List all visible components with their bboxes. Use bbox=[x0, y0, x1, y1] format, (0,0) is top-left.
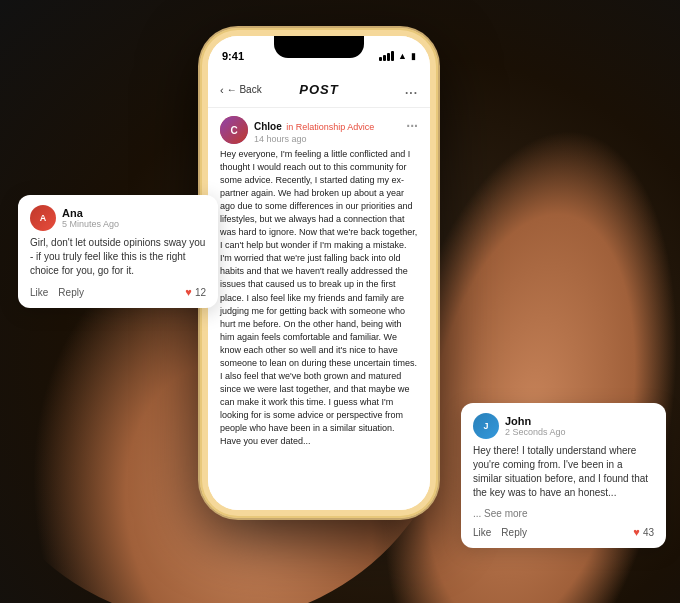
avatar-john: J bbox=[473, 413, 499, 439]
post-author-avatar: C bbox=[220, 116, 248, 144]
comment-likes-john: ♥ 43 bbox=[633, 526, 654, 538]
signal-bar-2 bbox=[383, 55, 386, 61]
reply-button-john[interactable]: Reply bbox=[501, 527, 527, 538]
avatar-ana: A bbox=[30, 205, 56, 231]
post-author-category: in Relationship Advice bbox=[286, 122, 374, 132]
see-more-link[interactable]: ... See more bbox=[473, 508, 654, 519]
phone-notch bbox=[274, 36, 364, 58]
comment-actions-john: Like Reply ♥ 43 bbox=[473, 526, 654, 538]
post-more-button[interactable]: ··· bbox=[406, 116, 418, 134]
nav-title: POST bbox=[299, 82, 338, 97]
comment-author-name-john: John bbox=[505, 415, 566, 427]
heart-icon-john: ♥ bbox=[633, 526, 640, 538]
post-author-time: 14 hours ago bbox=[254, 134, 400, 144]
status-time: 9:41 bbox=[222, 46, 244, 62]
comment-actions-ana: Like Reply ♥ 12 bbox=[30, 286, 206, 298]
signal-bar-4 bbox=[391, 51, 394, 61]
reply-button-ana[interactable]: Reply bbox=[58, 287, 84, 298]
signal-bar-3 bbox=[387, 53, 390, 61]
status-icons: ▲ ▮ bbox=[379, 47, 416, 61]
post-author-row: C Chloe in Relationship Advice 14 hours … bbox=[208, 108, 430, 148]
signal-bars bbox=[379, 51, 394, 61]
post-content: C Chloe in Relationship Advice 14 hours … bbox=[208, 108, 430, 510]
back-label: ← Back bbox=[227, 84, 262, 95]
comment-card-ana: A Ana 5 Minutes Ago Girl, don't let outs… bbox=[18, 195, 218, 308]
comment-time-john: 2 Seconds Ago bbox=[505, 427, 566, 437]
nav-back-button[interactable]: ‹ ← Back bbox=[220, 84, 262, 96]
comment-time-ana: 5 Minutes Ago bbox=[62, 219, 119, 229]
like-button-ana[interactable]: Like bbox=[30, 287, 48, 298]
heart-icon-ana: ♥ bbox=[185, 286, 192, 298]
likes-count-john: 43 bbox=[643, 527, 654, 538]
post-body-text: Hey everyone, I'm feeling a little confl… bbox=[208, 148, 430, 448]
comment-author-info-john: John 2 Seconds Ago bbox=[505, 415, 566, 437]
comment-likes-ana: ♥ 12 bbox=[185, 286, 206, 298]
phone: 9:41 ▲ ▮ ‹ ← Back POST ... bbox=[200, 28, 438, 518]
comment-author-name-ana: Ana bbox=[62, 207, 119, 219]
phone-screen: 9:41 ▲ ▮ ‹ ← Back POST ... bbox=[208, 36, 430, 510]
post-author-info: Chloe in Relationship Advice 14 hours ag… bbox=[254, 116, 400, 144]
signal-bar-1 bbox=[379, 57, 382, 61]
likes-count-ana: 12 bbox=[195, 287, 206, 298]
comment-text-ana: Girl, don't let outside opinions sway yo… bbox=[30, 236, 206, 278]
nav-more-button[interactable]: ... bbox=[405, 83, 418, 97]
back-arrow-icon: ‹ bbox=[220, 84, 224, 96]
wifi-icon: ▲ bbox=[398, 51, 407, 61]
comment-author-row-john: J John 2 Seconds Ago bbox=[473, 413, 654, 439]
comment-author-row-ana: A Ana 5 Minutes Ago bbox=[30, 205, 206, 231]
comment-card-john: J John 2 Seconds Ago Hey there! I totall… bbox=[461, 403, 666, 548]
post-author-name-row: Chloe in Relationship Advice bbox=[254, 116, 400, 134]
comment-text-john: Hey there! I totally understand where yo… bbox=[473, 444, 654, 500]
comment-author-info-ana: Ana 5 Minutes Ago bbox=[62, 207, 119, 229]
battery-icon: ▮ bbox=[411, 51, 416, 61]
nav-bar: ‹ ← Back POST ... bbox=[208, 72, 430, 108]
like-button-john[interactable]: Like bbox=[473, 527, 491, 538]
post-author-name: Chloe bbox=[254, 121, 282, 132]
